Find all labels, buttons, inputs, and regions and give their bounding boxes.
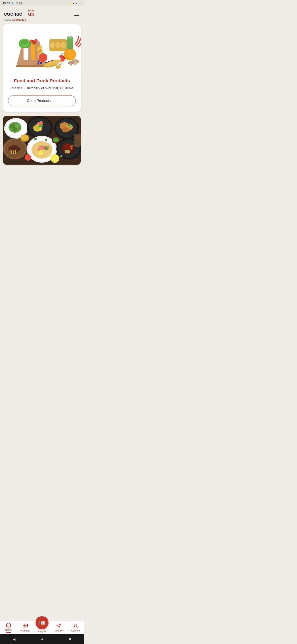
svg-point-19 xyxy=(50,42,55,48)
hamburger-line-1 xyxy=(74,14,79,14)
svg-point-113 xyxy=(45,139,47,141)
logo: coeliac uk live well gluten free xyxy=(4,10,40,21)
svg-point-36 xyxy=(37,62,39,65)
svg-point-20 xyxy=(55,42,60,48)
signal-icon: ▲ xyxy=(75,2,78,4)
app-header: coeliac uk live well gluten free xyxy=(0,6,84,24)
svg-point-81 xyxy=(70,125,72,128)
logo-tagline: live well gluten free xyxy=(4,18,40,21)
svg-rect-5 xyxy=(16,65,46,67)
wifi-icon: ▲ xyxy=(72,2,75,4)
svg-point-42 xyxy=(65,49,75,60)
svg-rect-49 xyxy=(67,37,73,40)
go-to-products-button[interactable]: Go to Products → xyxy=(8,95,76,106)
svg-point-38 xyxy=(35,39,37,42)
svg-point-107 xyxy=(53,137,59,142)
svg-text:coeliac: coeliac xyxy=(4,11,22,17)
notification-icon-1: 🐦 xyxy=(11,2,14,5)
status-bar: 15:32 🐦 🖼 🎧 ⚡ ▲ ▲ ▭ xyxy=(0,0,84,6)
svg-point-112 xyxy=(34,138,37,140)
grocery-illustration xyxy=(3,24,81,74)
food-drink-card: Food and Drink Products Check GF suitabi… xyxy=(3,24,81,112)
hamburger-line-3 xyxy=(74,17,79,17)
notification-icon-2: 🖼 xyxy=(15,2,18,4)
svg-point-35 xyxy=(40,62,42,64)
svg-point-24 xyxy=(21,40,28,46)
svg-text:uk: uk xyxy=(28,11,34,17)
svg-point-95 xyxy=(47,146,49,148)
svg-point-103 xyxy=(71,145,73,147)
hamburger-menu-button[interactable] xyxy=(73,13,80,18)
svg-point-74 xyxy=(41,125,43,126)
svg-point-17 xyxy=(39,53,47,62)
battery-icon: ▭ xyxy=(79,2,81,5)
food-drink-card-title: Food and Drink Products xyxy=(8,78,76,84)
svg-point-111 xyxy=(24,154,31,161)
svg-point-21 xyxy=(61,42,66,48)
bluetooth-icon: ⚡ xyxy=(68,2,71,5)
main-content: Food and Drink Products Check GF suitabi… xyxy=(0,24,84,187)
food-drink-image xyxy=(3,24,81,74)
venues-card-image xyxy=(3,116,81,165)
status-time: 15:32 xyxy=(3,2,10,5)
svg-rect-44 xyxy=(74,62,77,64)
svg-point-68 xyxy=(17,128,18,129)
hamburger-line-2 xyxy=(74,15,79,16)
svg-point-67 xyxy=(13,125,14,126)
venues-card xyxy=(3,116,81,165)
food-drink-card-description: Check GF suitability of over 150,000 ite… xyxy=(8,86,76,90)
status-icons-right: ⚡ ▲ ▲ ▭ xyxy=(68,2,81,5)
svg-point-114 xyxy=(60,155,62,158)
svg-point-105 xyxy=(21,135,28,140)
svg-point-34 xyxy=(37,60,40,62)
logo-text: coeliac uk xyxy=(4,10,40,18)
svg-rect-9 xyxy=(31,44,35,60)
svg-point-65 xyxy=(13,127,17,132)
logo-svg: coeliac uk xyxy=(4,10,40,18)
logo-tagline-highlight: gluten free xyxy=(13,18,26,21)
svg-point-40 xyxy=(30,40,33,42)
svg-point-39 xyxy=(33,41,36,44)
go-to-products-label: Go to Products xyxy=(27,99,51,103)
notification-icon-3: 🎧 xyxy=(19,2,22,5)
arrow-icon: → xyxy=(53,98,57,103)
svg-rect-108 xyxy=(74,134,81,147)
food-table-illustration xyxy=(3,116,81,165)
svg-point-102 xyxy=(71,148,73,150)
food-drink-card-body: Food and Drink Products Check GF suitabi… xyxy=(3,74,81,112)
svg-point-110 xyxy=(51,155,58,162)
svg-point-79 xyxy=(62,127,69,132)
svg-rect-46 xyxy=(70,63,72,66)
